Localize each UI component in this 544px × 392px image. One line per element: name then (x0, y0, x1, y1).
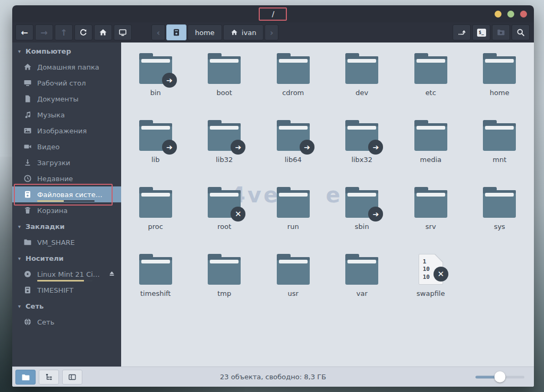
close-button[interactable] (520, 11, 527, 18)
folder-icon (139, 187, 172, 218)
file-item[interactable]: srv (396, 185, 465, 252)
sidebar-section-network[interactable]: ▾ Сеть (12, 298, 121, 314)
sidebar-item-trash[interactable]: Корзина (12, 202, 121, 218)
sidebar-item-vm-share[interactable]: VM_SHARE (12, 234, 121, 250)
sidebar-item-pictures[interactable]: Изображения (12, 123, 121, 139)
file-item[interactable]: mnt (465, 118, 534, 185)
eject-button[interactable] (108, 270, 116, 279)
file-item[interactable]: 11010 swapfile (396, 252, 465, 319)
drive-icon (23, 190, 32, 199)
folder-icon (277, 254, 310, 285)
file-item[interactable]: home (465, 51, 534, 118)
file-item[interactable]: boot (190, 51, 259, 118)
sidebar-section-computer[interactable]: ▾ Компьютер (12, 43, 121, 59)
title-bar[interactable]: / (12, 5, 534, 22)
file-name: root (217, 223, 231, 231)
file-item[interactable]: cdrom (259, 51, 328, 118)
open-terminal-button[interactable]: $_ (472, 24, 490, 40)
file-item[interactable]: root (190, 185, 259, 252)
breadcrumb-prev-button[interactable]: ‹ (151, 24, 165, 40)
file-item[interactable]: timeshift (121, 252, 190, 319)
file-item[interactable]: bin (121, 51, 190, 118)
file-item[interactable]: lib32 (190, 118, 259, 185)
file-item[interactable]: tmp (190, 252, 259, 319)
sidebar-section-bookmarks[interactable]: ▾ Закладки (12, 218, 121, 234)
breadcrumb-home-label: home (195, 29, 215, 37)
file-item[interactable]: usr (259, 252, 328, 319)
sidebar-item-label: Домашняя папка (37, 63, 99, 71)
new-folder-button[interactable] (492, 24, 510, 40)
back-icon: ← (21, 28, 28, 38)
file-view[interactable]: 4ven e bin boot cdrom dev etc home lib l… (121, 42, 534, 367)
up-button[interactable]: ↑ (55, 24, 73, 40)
file-item[interactable]: media (396, 118, 465, 185)
sidebar-item-downloads[interactable]: Загрузки (12, 155, 121, 171)
sidebar-section-devices[interactable]: ▾ Носители (12, 250, 121, 266)
refresh-button[interactable] (74, 24, 92, 40)
symlink-emblem-icon (368, 140, 383, 155)
globe-icon (23, 318, 32, 326)
section-label: Сеть (26, 302, 44, 310)
toolbar: ← → ↑ ‹ home ivan › (12, 22, 534, 42)
sidebar-item-linux-mint-cd[interactable]: Linux Mint 21 Ci… (12, 266, 121, 282)
sidebar-item-timeshift[interactable]: TIMESHIFT (12, 282, 121, 298)
sidebar-item-label: Корзина (37, 207, 67, 215)
zoom-slider-knob[interactable] (495, 371, 506, 382)
page-fold (435, 254, 443, 262)
sidebar-item-desktop[interactable]: Рабочий стол (12, 75, 121, 91)
file-name: run (287, 223, 299, 231)
file-name: proc (148, 223, 163, 231)
breadcrumb-user[interactable]: ivan (223, 24, 264, 40)
folder-icon (277, 53, 310, 84)
back-button[interactable]: ← (15, 24, 33, 40)
file-item[interactable]: lib (121, 118, 190, 185)
folder-icon (345, 120, 378, 151)
breadcrumb-home[interactable]: home (188, 24, 222, 40)
file-name: boot (217, 89, 232, 97)
file-item[interactable]: libx32 (328, 118, 397, 185)
folder-icon (483, 120, 516, 151)
desktop-icon (23, 79, 32, 87)
home-button[interactable] (94, 24, 112, 40)
file-item[interactable]: var (328, 252, 397, 319)
magnifier-icon (516, 28, 525, 37)
sidebar-item-videos[interactable]: Видео (12, 139, 121, 155)
folder-icon (208, 53, 241, 84)
sidebar-item-documents[interactable]: Документы (12, 91, 121, 107)
section-label: Закладки (26, 223, 65, 231)
window-controls (495, 5, 527, 22)
file-item[interactable]: proc (121, 185, 190, 252)
file-item[interactable]: sys (465, 185, 534, 252)
file-item[interactable]: lib64 (259, 118, 328, 185)
file-name: tmp (217, 289, 231, 297)
icon-grid: bin boot cdrom dev etc home lib lib32 li… (121, 51, 534, 319)
file-item[interactable]: sbin (328, 185, 397, 252)
file-name: bin (150, 89, 161, 97)
file-name: sbin (355, 223, 369, 231)
toolbar-right-group: $_ (453, 24, 530, 40)
search-button[interactable] (512, 24, 530, 40)
minimize-button[interactable] (495, 11, 502, 18)
zoom-slider[interactable] (475, 376, 524, 378)
sidebar-item-filesystem[interactable]: Файловая систе… (12, 186, 121, 202)
toggle-location-bar-button[interactable] (453, 24, 471, 40)
file-item[interactable]: run (259, 185, 328, 252)
forward-icon: → (40, 28, 47, 38)
forward-button[interactable]: → (35, 24, 53, 40)
drive-icon (172, 28, 181, 37)
cd-disc-icon (23, 270, 32, 278)
breadcrumb-root[interactable] (166, 24, 186, 40)
chevron-down-icon: ▾ (18, 224, 21, 229)
breadcrumb-next-button[interactable]: › (265, 24, 278, 40)
sidebar-item-music[interactable]: Музыка (12, 107, 121, 123)
maximize-button[interactable] (507, 11, 514, 18)
show-desktop-button[interactable] (114, 24, 132, 40)
status-text: 23 объекта, свободно: 8,3 ГБ (12, 367, 534, 387)
sidebar-item-recent[interactable]: Недавние (12, 171, 121, 186)
sidebar-item-network[interactable]: Сеть (12, 314, 121, 330)
folder-plus-icon (497, 28, 505, 37)
sidebar-item-home[interactable]: Домашняя папка (12, 59, 121, 75)
sidebar-item-label: Недавние (37, 175, 73, 183)
file-item[interactable]: etc (396, 51, 465, 118)
file-item[interactable]: dev (328, 51, 397, 118)
